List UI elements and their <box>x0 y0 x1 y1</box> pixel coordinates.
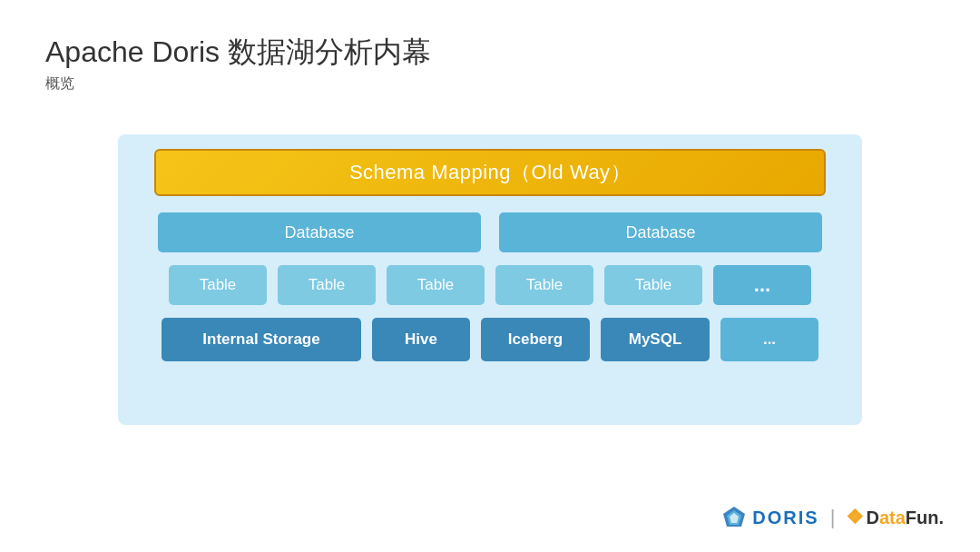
storage-iceberg: Iceberg <box>481 318 590 361</box>
diagram-container: Schema Mapping（Old Way） Database Databas… <box>118 134 862 425</box>
storage-dots: ... <box>720 318 818 361</box>
table-2: Table <box>278 265 376 305</box>
tables-row: Table Table Table Table Table ... <box>136 265 844 305</box>
storage-mysql: MySQL <box>601 318 710 361</box>
storage-hive: Hive <box>372 318 470 361</box>
page-title: Apache Doris 数据湖分析内幕 <box>45 33 431 73</box>
table-5: Table <box>604 265 702 305</box>
logo-area: DORIS | ❖ DataFun. <box>721 505 944 530</box>
doris-logo: DORIS <box>721 505 818 530</box>
database-left: Database <box>158 212 481 252</box>
doris-text: DORIS <box>752 508 818 528</box>
storage-internal: Internal Storage <box>162 318 361 361</box>
databases-row: Database Database <box>136 212 844 252</box>
table-3: Table <box>387 265 485 305</box>
logo-divider: | <box>830 506 836 529</box>
doris-icon <box>721 505 747 530</box>
table-1: Table <box>169 265 267 305</box>
table-4: Table <box>495 265 593 305</box>
schema-mapping-label: Schema Mapping（Old Way） <box>349 159 631 186</box>
storage-row: Internal Storage Hive Iceberg MySQL ... <box>136 318 844 361</box>
schema-mapping-bar: Schema Mapping（Old Way） <box>154 149 826 196</box>
table-dots: ... <box>713 265 811 305</box>
page-subtitle: 概览 <box>45 74 74 94</box>
database-right: Database <box>499 212 822 252</box>
datafun-logo: ❖ DataFun. <box>846 506 944 529</box>
